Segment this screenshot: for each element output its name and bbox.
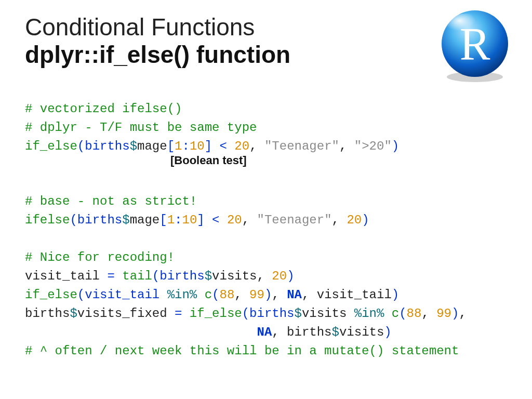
code-fn: ifelse (25, 213, 70, 227)
code-comment: # Nice for recoding! (25, 250, 175, 264)
code-block: # vectorized ifelse() # dplyr - T/F must… (25, 81, 507, 156)
r-logo: R (436, 7, 513, 84)
slide-title-light: Conditional Functions (25, 15, 507, 39)
slide-content: R Conditional Functions dplyr::if_else()… (0, 0, 532, 371)
code-block: # base - not as strict! ifelse(births$ma… (25, 174, 507, 361)
code-fn: if_else (25, 139, 77, 153)
code-comment: # ^ often / next week this will be in a … (25, 344, 459, 358)
svg-text:R: R (460, 19, 490, 69)
code-comment: # vectorized ifelse() (25, 102, 182, 116)
code-comment: # dplyr - T/F must be same type (25, 121, 257, 135)
slide-title-bold: dplyr::if_else() function (25, 41, 507, 69)
code-comment: # base - not as strict! (25, 194, 197, 208)
